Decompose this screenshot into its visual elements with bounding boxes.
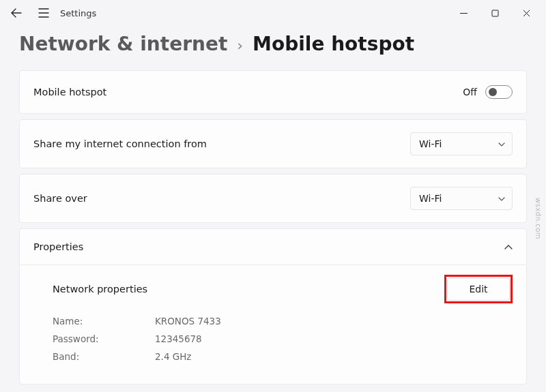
name-value: KRONOS 7433 — [155, 316, 221, 327]
chevron-down-icon — [498, 140, 505, 149]
menu-button[interactable] — [31, 1, 56, 25]
properties-label: Properties — [33, 241, 83, 252]
edit-button[interactable]: Edit — [447, 277, 510, 301]
hotspot-state-text: Off — [463, 87, 477, 97]
share-from-card: Share my internet connection from Wi-Fi — [19, 119, 527, 168]
properties-header[interactable]: Properties — [20, 229, 526, 265]
page-content: Network & internet › Mobile hotspot Mobi… — [0, 33, 546, 385]
title-bar: Settings — [0, 0, 546, 26]
share-from-label: Share my internet connection from — [33, 138, 207, 149]
properties-card: Properties Network properties Edit Name:… — [19, 228, 527, 385]
band-value: 2.4 GHz — [155, 351, 191, 362]
share-over-label: Share over — [33, 193, 87, 204]
minimize-button[interactable] — [448, 2, 479, 24]
watermark: wsxdn.com — [534, 198, 542, 239]
hotspot-label: Mobile hotspot — [33, 87, 106, 97]
band-key: Band: — [53, 351, 155, 362]
breadcrumb-current: Mobile hotspot — [253, 33, 414, 55]
minimize-icon — [460, 10, 468, 17]
property-row-band: Band: 2.4 GHz — [53, 351, 513, 362]
share-from-value: Wi-Fi — [419, 138, 442, 149]
maximize-button[interactable] — [479, 2, 511, 24]
property-row-name: Name: KRONOS 7433 — [53, 316, 513, 327]
share-over-select[interactable]: Wi-Fi — [410, 187, 513, 210]
share-over-card: Share over Wi-Fi — [19, 174, 527, 223]
password-value: 12345678 — [155, 333, 202, 344]
edit-highlight: Edit — [444, 275, 513, 303]
share-over-value: Wi-Fi — [419, 193, 442, 204]
close-button[interactable] — [511, 2, 542, 24]
svg-rect-0 — [492, 10, 498, 16]
arrow-left-icon — [11, 7, 22, 18]
network-properties-label: Network properties — [53, 284, 147, 295]
hotspot-toggle-card: Mobile hotspot Off — [19, 70, 527, 114]
share-from-select[interactable]: Wi-Fi — [410, 132, 513, 155]
hamburger-icon — [38, 8, 49, 18]
close-icon — [523, 10, 530, 17]
password-key: Password: — [53, 333, 155, 344]
hotspot-toggle[interactable] — [485, 85, 513, 99]
name-key: Name: — [53, 316, 155, 327]
breadcrumb: Network & internet › Mobile hotspot — [19, 33, 527, 55]
app-title: Settings — [60, 8, 96, 18]
back-button[interactable] — [4, 1, 29, 25]
chevron-down-icon — [498, 194, 505, 203]
property-row-password: Password: 12345678 — [53, 333, 513, 344]
chevron-up-icon — [504, 243, 513, 252]
chevron-right-icon: › — [237, 37, 243, 54]
toggle-knob — [489, 88, 497, 96]
breadcrumb-parent[interactable]: Network & internet — [19, 33, 227, 55]
maximize-icon — [491, 10, 499, 17]
